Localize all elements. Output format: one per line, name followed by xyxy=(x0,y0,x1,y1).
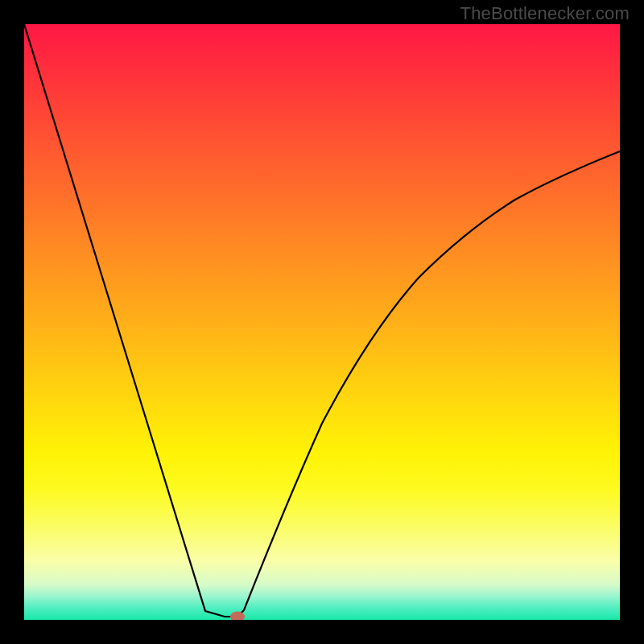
watermark-text: TheBottlenecker.com xyxy=(460,3,630,24)
optimal-marker xyxy=(230,612,245,621)
plot-area xyxy=(24,24,620,620)
bottleneck-curve-path xyxy=(24,24,620,617)
curve-svg xyxy=(24,24,620,620)
